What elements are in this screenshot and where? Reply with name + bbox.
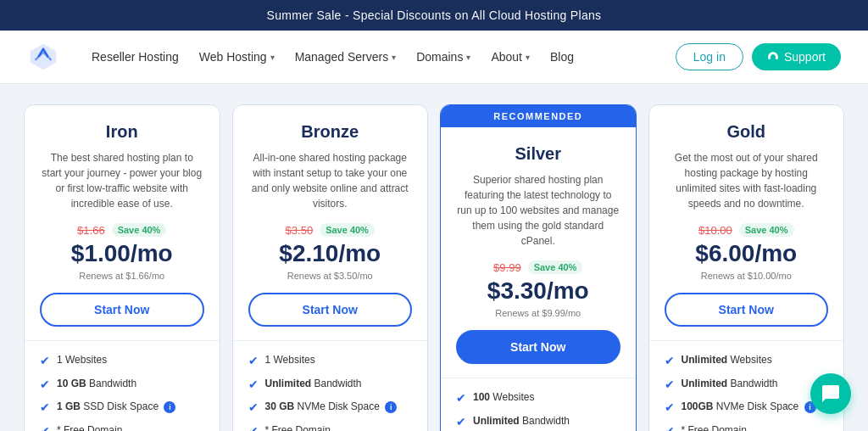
check-icon: ✔	[248, 400, 259, 417]
nav-item-webhosting[interactable]: Web Hosting ▾	[191, 45, 283, 69]
feature-item: ✔ Unlimited Bandwidth	[248, 377, 413, 394]
nav-actions: Log in Support	[676, 43, 841, 70]
check-icon: ✔	[40, 400, 50, 417]
feature-item: ✔ 1 Websites	[248, 353, 413, 370]
chevron-down-icon: ▾	[270, 53, 275, 62]
chat-icon	[821, 383, 841, 404]
plan-features: ✔ 1 Websites ✔ Unlimited Bandwidth ✔ 30 …	[233, 340, 428, 431]
navbar: Reseller Hosting Web Hosting ▾ Managed S…	[0, 31, 868, 84]
plan-name: Gold	[726, 122, 765, 142]
start-now-button[interactable]: Start Now	[456, 330, 620, 364]
info-icon[interactable]: i	[385, 401, 397, 413]
current-price: $1.00/mo	[71, 240, 173, 267]
nav-item-domains[interactable]: Domains ▾	[408, 45, 479, 69]
feature-item: ✔ 100GB NVMe Disk Space i	[665, 400, 829, 417]
nav-item-about[interactable]: About ▾	[482, 45, 538, 69]
plan-description: The best shared hosting plan to start yo…	[40, 150, 204, 211]
check-icon: ✔	[40, 377, 50, 394]
feature-item: ✔ 10 GB Bandwidth	[40, 377, 204, 394]
chevron-down-icon: ▾	[466, 53, 470, 62]
save-badge: Save 40%	[739, 223, 794, 237]
save-badge: Save 40%	[320, 223, 375, 237]
nav-links: Reseller Hosting Web Hosting ▾ Managed S…	[83, 45, 676, 69]
plan-features: ✔ 1 Websites ✔ 10 GB Bandwidth ✔ 1 GB SS…	[25, 340, 220, 431]
check-icon: ✔	[248, 353, 259, 370]
check-icon: ✔	[456, 390, 466, 407]
feature-item: ✔ Unlimited Websites	[665, 353, 829, 370]
check-icon: ✔	[665, 400, 675, 417]
chat-bubble-button[interactable]	[810, 373, 851, 414]
original-price: $10.00	[698, 224, 732, 237]
promo-banner: Summer Sale - Special Discounts on All C…	[0, 0, 868, 31]
recommended-badge: RECOMMENDED	[441, 105, 636, 127]
feature-item: ✔ * Free Domain Registration/Transfer i	[248, 423, 413, 431]
feature-item: ✔ Unlimited Bandwidth	[665, 377, 829, 394]
check-icon: ✔	[248, 423, 259, 431]
feature-item: ✔ 30 GB NVMe Disk Space i	[248, 400, 413, 417]
feature-item: ✔ Unlimited Bandwidth	[456, 414, 620, 431]
plan-features: ✔ 100 Websites ✔ Unlimited Bandwidth ✔ 5…	[441, 378, 636, 431]
check-icon: ✔	[40, 353, 50, 370]
save-badge: Save 40%	[112, 223, 167, 237]
renews-text: Renews at $3.50/mo	[287, 271, 373, 281]
logo[interactable]	[27, 41, 59, 73]
login-button[interactable]: Log in	[676, 43, 743, 70]
check-icon: ✔	[456, 414, 466, 431]
renews-text: Renews at $1.66/mo	[79, 271, 164, 281]
plan-card-bronze: Bronze All-in-one shared hosting package…	[232, 104, 429, 431]
plan-description: All-in-one shared hosting package with i…	[248, 150, 413, 211]
pricing-grid: Iron The best shared hosting plan to sta…	[24, 104, 844, 431]
current-price: $3.30/mo	[487, 277, 589, 305]
feature-item: ✔ * Free Domain Registration/Transfer i	[665, 423, 829, 431]
start-now-button[interactable]: Start Now	[40, 293, 204, 327]
plan-card-silver: RECOMMENDED Silver Superior shared hosti…	[440, 104, 637, 431]
plan-description: Superior shared hosting plan featuring t…	[456, 172, 620, 249]
original-price: $1.66	[77, 224, 105, 237]
start-now-button[interactable]: Start Now	[665, 293, 829, 327]
feature-item: ✔ 100 Websites	[456, 390, 620, 407]
feature-item: ✔ 1 Websites	[40, 353, 204, 370]
banner-text: Summer Sale - Special Discounts on All C…	[267, 8, 602, 22]
chevron-down-icon: ▾	[392, 53, 396, 62]
feature-item: ✔ 1 GB SSD Disk Space i	[40, 400, 204, 417]
plan-name: Silver	[515, 144, 561, 164]
current-price: $6.00/mo	[695, 240, 797, 267]
check-icon: ✔	[40, 423, 50, 431]
nav-item-blog[interactable]: Blog	[542, 45, 582, 69]
plan-name: Bronze	[301, 122, 359, 142]
headset-icon	[767, 51, 779, 63]
renews-text: Renews at $9.99/mo	[495, 308, 581, 318]
check-icon: ✔	[665, 423, 675, 431]
chevron-down-icon: ▾	[526, 53, 530, 62]
check-icon: ✔	[248, 377, 259, 394]
current-price: $2.10/mo	[279, 240, 381, 267]
start-now-button[interactable]: Start Now	[248, 293, 413, 327]
original-price: $3.50	[286, 224, 314, 237]
plan-name: Iron	[106, 122, 138, 142]
renews-text: Renews at $10.00/mo	[701, 271, 792, 281]
nav-item-managed[interactable]: Managed Servers ▾	[287, 45, 405, 69]
support-button[interactable]: Support	[752, 43, 841, 70]
pricing-section: Iron The best shared hosting plan to sta…	[0, 84, 868, 431]
original-price: $9.99	[493, 261, 521, 274]
nav-item-reseller[interactable]: Reseller Hosting	[83, 45, 187, 69]
plan-description: Get the most out of your shared hosting …	[665, 150, 829, 211]
info-icon[interactable]: i	[164, 401, 175, 413]
save-badge: Save 40%	[528, 260, 583, 274]
plan-card-iron: Iron The best shared hosting plan to sta…	[24, 104, 220, 431]
check-icon: ✔	[665, 377, 675, 394]
feature-item: ✔ * Free Domain Registration/Transfer i	[40, 423, 204, 431]
check-icon: ✔	[665, 353, 675, 370]
